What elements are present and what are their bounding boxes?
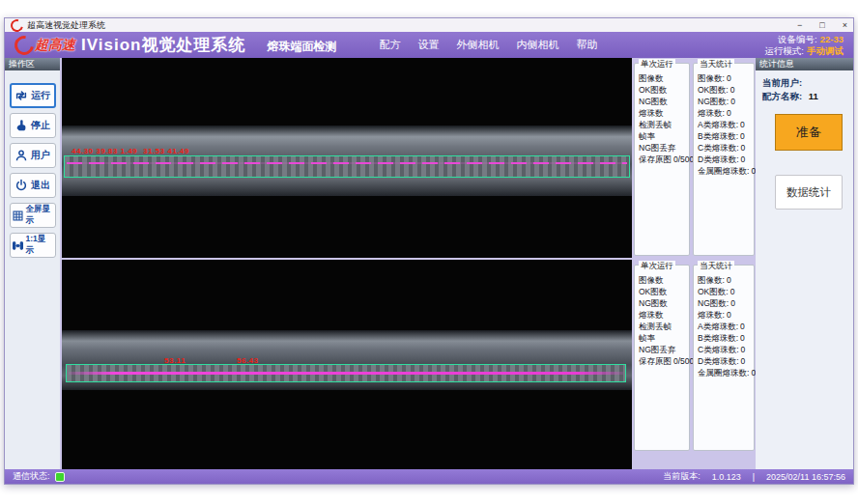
inner-camera-view[interactable]: 53.11 56.43 [62, 260, 632, 469]
stats-row: NG图数:0 [698, 297, 752, 309]
brand-logo: 超高速 [35, 37, 75, 54]
stats-row: 图像数 [639, 72, 687, 84]
stats-row: A类熔珠数:0 [698, 321, 752, 332]
fullscreen-button[interactable]: 全屏显示 [10, 203, 56, 228]
stats-row: 检测丢帧 [639, 119, 687, 130]
stats-row: 金属圈熔珠数:0 [698, 367, 752, 378]
app-window: 超高速视觉处理系统 − □ × 超高速 IVision视觉处理系统 熔珠端面检测… [4, 17, 854, 485]
close-button[interactable]: × [843, 20, 847, 30]
device-number-label: 设备编号: [778, 34, 817, 44]
stats-row: 熔珠数 [639, 309, 687, 321]
camera2-measurement-annotation: 53.11 [164, 356, 186, 365]
prepare-button[interactable]: 准备 [775, 114, 843, 151]
status-separator: | [753, 472, 755, 482]
exit-button[interactable]: 退出 [10, 173, 56, 198]
stats-row: NG图数 [639, 297, 687, 309]
user-icon [14, 149, 28, 162]
one-to-one-button-label: 1:1显示 [26, 234, 54, 257]
camera2-bead-trace [69, 372, 623, 375]
maximize-button[interactable]: □ [819, 20, 824, 30]
run-cycle-icon [14, 89, 28, 102]
menu-item[interactable]: 内侧相机 [516, 38, 558, 52]
stats-row: 熔珠数:0 [698, 309, 752, 321]
stats-row: OK图数 [639, 84, 687, 96]
stats-row: B类熔珠数:0 [698, 332, 752, 344]
user-button[interactable]: 用户 [10, 143, 56, 168]
user-button-label: 用户 [31, 149, 50, 162]
run-button-label: 运行 [31, 89, 50, 102]
run-button[interactable]: 运行 [10, 83, 56, 108]
comm-status-indicator [55, 472, 65, 482]
comm-status-label: 通信状态: [13, 470, 50, 483]
fullscreen-button-label: 全屏显示 [26, 204, 54, 227]
menu-item[interactable]: 帮助 [576, 38, 597, 52]
recipe-name-row: 配方名称: 11 [762, 91, 818, 103]
stats-row: 熔珠数:0 [698, 107, 752, 119]
camera2-stats-group: 单次运行 图像数 OK图数 NG图数 熔珠数 检测丢帧 帧率 NG图丢弃 保存原… [634, 265, 755, 451]
info-panel: 统计信息 当前用户: 配方名称: 11 准备 数据统计 [756, 58, 853, 469]
stop-button[interactable]: 停止 [10, 113, 56, 138]
daily-stats-title: 当天统计 [698, 59, 734, 70]
window-title: 超高速视觉处理系统 [27, 19, 105, 32]
stats-row: B类熔珠数:0 [698, 130, 752, 142]
stats-row: 图像数 [639, 274, 687, 286]
os-titlebar: 超高速视觉处理系统 − □ × [5, 18, 853, 32]
menu-item[interactable]: 设置 [417, 38, 439, 52]
stats-row: D类熔珠数:0 [698, 154, 752, 165]
daily-stats-box: 当天统计 图像数:0 OK图数:0 NG图数:0 熔珠数:0 A类熔珠数:0 B… [693, 265, 755, 451]
stats-row: 保存原图0/500 [639, 154, 687, 165]
menu-item[interactable]: 配方 [379, 38, 400, 52]
run-mode-value: 手动调试 [807, 45, 844, 56]
data-statistics-button[interactable]: 数据统计 [775, 175, 843, 210]
minimize-button[interactable]: − [797, 20, 802, 30]
stats-row: OK图数 [639, 286, 687, 297]
stats-row: C类熔珠数:0 [698, 142, 752, 154]
menu-item[interactable]: 外侧相机 [456, 38, 499, 52]
datetime: 2025/02/11 16:57:56 [766, 472, 845, 482]
stats-row: 熔珠数 [639, 107, 687, 119]
single-run-title: 单次运行 [639, 261, 675, 272]
app-header: 超高速 IVision视觉处理系统 熔珠端面检测 配方 设置 外侧相机 内侧相机… [5, 32, 853, 58]
stats-row: OK图数:0 [698, 286, 752, 297]
stats-row: NG图丢弃 [639, 344, 687, 355]
power-icon [14, 179, 28, 192]
camera1-measurement-annotation: 31.53 41.49 [143, 147, 189, 155]
status-bar: 通信状态: 当前版本: 1.0.123 | 2025/02/11 16:57:5… [5, 469, 853, 484]
stop-hand-icon [14, 119, 28, 132]
stats-row: 金属圈熔珠数:0 [698, 165, 752, 177]
stats-row: D类熔珠数:0 [698, 355, 752, 367]
current-user-label: 当前用户: [762, 77, 802, 88]
stats-row: NG图数 [639, 96, 687, 107]
outer-camera-view[interactable]: 44.30 39.83 1.49 31.53 41.49 [62, 58, 632, 258]
camera1-bead-trace [67, 162, 627, 164]
daily-stats-box: 当天统计 图像数:0 OK图数:0 NG图数:0 熔珠数:0 A类熔珠数:0 B… [693, 63, 755, 256]
one-to-one-icon [12, 239, 24, 252]
version-label: 当前版本: [663, 470, 701, 483]
stats-row: 保存原图0/500 [639, 355, 687, 367]
camera1-stats-group: 单次运行 图像数 OK图数 NG图数 熔珠数 检测丢帧 帧率 NG图丢弃 保存原… [634, 63, 755, 256]
version-value: 1.0.123 [712, 472, 741, 482]
info-panel-header: 统计信息 [756, 58, 853, 70]
single-run-stats-box: 单次运行 图像数 OK图数 NG图数 熔珠数 检测丢帧 帧率 NG图丢弃 保存原… [634, 265, 690, 451]
stats-row: 帧率 [639, 130, 687, 142]
stats-row: A类熔珠数:0 [698, 119, 752, 130]
run-mode-label: 运行模式: [764, 45, 804, 56]
stats-row: NG图丢弃 [639, 142, 687, 154]
camera-column: 44.30 39.83 1.49 31.53 41.49 53.11 56.43 [62, 58, 632, 469]
one-to-one-button[interactable]: 1:1显示 [10, 233, 56, 258]
stats-row: OK图数:0 [698, 84, 752, 96]
app-title: IVision视觉处理系统 [81, 34, 245, 56]
statistics-column: 单次运行 图像数 OK图数 NG图数 熔珠数 检测丢帧 帧率 NG图丢弃 保存原… [634, 58, 755, 469]
sidebar: 操作区 运行 停止 [5, 58, 60, 469]
brand-swoosh-icon [11, 32, 38, 59]
stop-button-label: 停止 [31, 119, 50, 132]
device-number-value: 22-33 [820, 34, 844, 44]
device-info: 设备编号:22-33 运行模式:手动调试 [764, 34, 844, 57]
stats-row: 检测丢帧 [639, 321, 687, 332]
sidebar-header: 操作区 [5, 58, 60, 70]
fullscreen-grid-icon [12, 210, 24, 222]
current-user-row: 当前用户: [762, 77, 806, 90]
stats-row: NG图数:0 [698, 96, 752, 107]
single-run-stats-box: 单次运行 图像数 OK图数 NG图数 熔珠数 检测丢帧 帧率 NG图丢弃 保存原… [634, 63, 690, 256]
main-menu: 配方 设置 外侧相机 内侧相机 帮助 [379, 38, 597, 52]
